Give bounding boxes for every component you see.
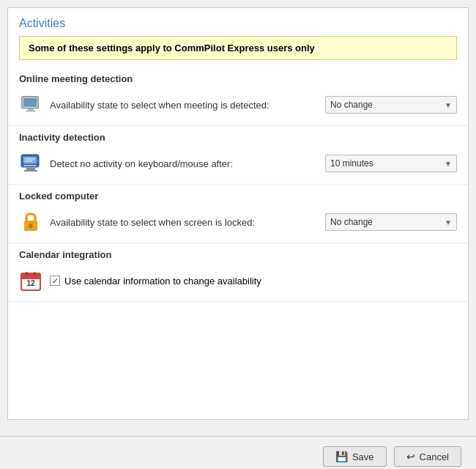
svg-text:12: 12: [26, 279, 35, 287]
online-meeting-row: Availability state to select when meetin…: [19, 90, 457, 119]
svg-rect-2: [28, 108, 33, 111]
calendar-checkbox-row: ✓ Use calendar information to change ava…: [50, 276, 261, 287]
locked-computer-dropdown[interactable]: No change ▼: [325, 213, 457, 231]
svg-rect-20: [26, 272, 28, 276]
svg-rect-15: [30, 226, 31, 229]
save-label: Save: [352, 451, 374, 462]
lock-icon: [19, 210, 42, 234]
inactivity-value: 10 minutes: [330, 158, 373, 169]
keyboard-icon: [19, 152, 42, 175]
monitor-icon: [19, 93, 42, 117]
svg-rect-9: [25, 158, 35, 160]
save-button[interactable]: 💾 Save: [323, 446, 387, 467]
save-icon: 💾: [335, 451, 348, 462]
notice-banner: Some of these settings apply to CommPilo…: [19, 36, 457, 60]
locked-computer-label: Availability state to select when screen…: [50, 217, 325, 228]
online-meeting-dropdown[interactable]: No change ▼: [325, 96, 457, 114]
svg-rect-8: [23, 157, 37, 163]
content-area: Online meeting detection Availability st…: [8, 67, 468, 419]
online-meeting-section: Online meeting detection Availability st…: [8, 67, 468, 126]
inactivity-label: Detect no activity on keyboard/mouse aft…: [50, 158, 325, 169]
svg-rect-21: [34, 272, 36, 276]
svg-rect-12: [24, 170, 37, 171]
chevron-down-icon: ▼: [445, 218, 452, 226]
locked-computer-value: No change: [330, 217, 373, 227]
inactivity-title: Inactivity detection: [19, 132, 457, 143]
locked-computer-title: Locked computer: [19, 191, 457, 202]
calendar-label: Use calendar information to change avail…: [64, 276, 261, 287]
page-title: Activities: [8, 8, 468, 36]
inactivity-section: Inactivity detection: [8, 126, 468, 185]
calendar-title: Calendar integration: [19, 249, 457, 260]
footer: 💾 Save ↩ Cancel: [0, 436, 476, 469]
online-meeting-title: Online meeting detection: [19, 73, 457, 84]
svg-rect-10: [25, 160, 32, 162]
cancel-icon: ↩: [406, 451, 415, 462]
locked-computer-section: Locked computer Availability state to se…: [8, 185, 468, 243]
cancel-label: Cancel: [420, 451, 449, 462]
calendar-checkbox[interactable]: ✓: [50, 276, 60, 286]
svg-rect-3: [26, 110, 35, 111]
chevron-down-icon: ▼: [445, 101, 452, 109]
locked-computer-row: Availability state to select when screen…: [19, 207, 457, 237]
calendar-row: 12 ✓ Use calendar information to change …: [19, 266, 457, 295]
inactivity-dropdown[interactable]: 10 minutes ▼: [325, 155, 457, 172]
chevron-down-icon: ▼: [445, 160, 452, 168]
main-panel: Activities Some of these settings apply …: [7, 7, 469, 420]
svg-rect-6: [23, 165, 37, 166]
calendar-section: Calendar integration 12: [8, 243, 468, 302]
svg-rect-11: [26, 168, 35, 170]
checkmark-icon: ✓: [52, 277, 59, 285]
online-meeting-label: Availability state to select when meetin…: [50, 100, 325, 111]
svg-rect-1: [23, 98, 37, 107]
inactivity-row: Detect no activity on keyboard/mouse aft…: [19, 149, 457, 178]
calendar-icon: 12: [19, 269, 42, 292]
online-meeting-value: No change: [330, 100, 373, 110]
cancel-button[interactable]: ↩ Cancel: [394, 446, 461, 467]
